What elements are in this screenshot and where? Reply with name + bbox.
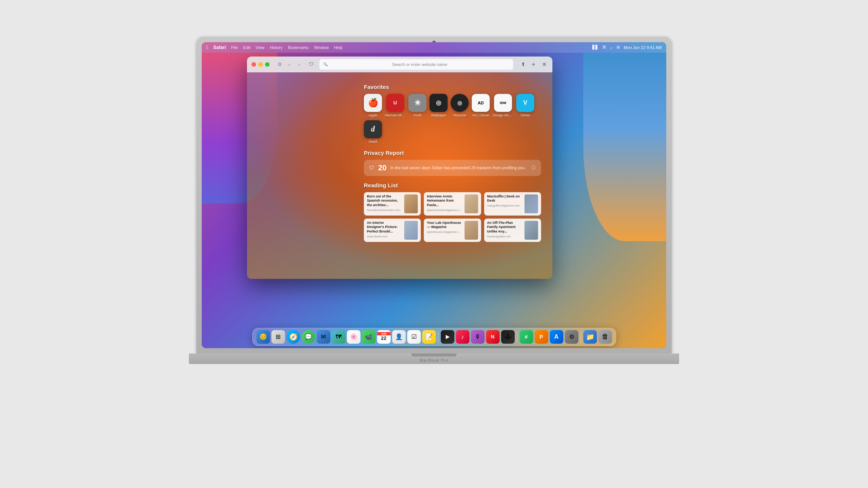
reading-card-2-text: Interview Armin Heinemann from Paula... … [427, 194, 462, 213]
menubar-search-icon[interactable]: ⌕ [610, 45, 613, 50]
dock-news[interactable]: N [486, 330, 500, 344]
favorite-vimeo-label: Vimeo [520, 113, 530, 117]
dock-arcade[interactable]: 🕹 [501, 330, 515, 344]
favorite-herman-icon: U [386, 94, 404, 112]
favorite-kvell[interactable]: ✳ Kvell [408, 94, 426, 117]
reading-card-1-url: freundevonfreunden.com [367, 208, 402, 212]
dock-facetime[interactable]: 📹 [362, 330, 376, 344]
tab-overview-icon[interactable]: ⊞ [540, 61, 548, 68]
dock-appstore[interactable]: A [550, 330, 563, 344]
dock-maps[interactable]: 🗺 [332, 330, 345, 344]
favorite-tdm[interactable]: tDM Design Museum [493, 94, 513, 117]
reading-card-3-body: MacGuffin | Desk on Desk macguffinmagazi… [484, 192, 541, 216]
reading-card-3-thumb [524, 194, 538, 213]
reading-card-4-text: An Interior Designer's Picture-Perfect B… [367, 221, 402, 240]
menubar-edit[interactable]: Edit [243, 45, 250, 50]
favorite-tdm-icon: tDM [494, 94, 512, 112]
privacy-card[interactable]: 🛡 20 In the last seven days Safari has p… [364, 160, 541, 176]
dock-notes[interactable]: 📝 [422, 330, 436, 344]
favorite-ad[interactable]: AD AD | Clever [472, 94, 490, 117]
traffic-light-close[interactable] [252, 62, 256, 67]
apple-menu-icon[interactable]:  [206, 44, 208, 50]
privacy-info-icon[interactable]: ⓘ [531, 165, 536, 171]
menubar-app-name[interactable]: Safari [213, 45, 226, 50]
dock-tv[interactable]: ▶ [441, 330, 454, 344]
dock-pages[interactable]: P [535, 330, 548, 344]
macbook-notch [411, 353, 457, 356]
favorite-apple[interactable]: 🍎 Apple [364, 94, 382, 117]
reading-card-6[interactable]: An Off-The-Plan Family Apartment Unlike … [484, 219, 541, 242]
reading-card-1[interactable]: Born out of the Spanish recession, the a… [364, 192, 421, 216]
reading-card-6-thumb [524, 221, 538, 240]
macbook-device:  Safari File Edit View History Bookmark… [196, 37, 672, 451]
screen-bezel:  Safari File Edit View History Bookmark… [202, 42, 666, 348]
dock-numbers[interactable]: # [520, 330, 533, 344]
menubar-battery-icon: ▋▋ [592, 45, 598, 50]
favorite-monocle-label: Monocle [453, 113, 466, 117]
dock-trash[interactable]: 🗑 [598, 330, 612, 344]
favorite-dwell[interactable]: d Dwell [364, 120, 382, 144]
menubar-help[interactable]: Help [334, 45, 343, 50]
favorite-apple-label: Apple [368, 113, 377, 117]
reading-card-5[interactable]: Your Lab Openhouse — Magazine openhouse-… [424, 219, 481, 242]
dock-mail[interactable]: ✉ [317, 330, 330, 344]
reading-card-5-thumb [465, 221, 478, 240]
dock: 😊 ⊞ 🧭 [252, 328, 616, 346]
menubar-view[interactable]: View [256, 45, 265, 50]
privacy-shield-icon: 🛡 [369, 165, 374, 171]
favorite-vimeo[interactable]: V Vimeo [516, 94, 534, 117]
dock-calendar[interactable]: JUN 22 [377, 330, 391, 344]
dock-launchpad[interactable]: ⊞ [271, 330, 285, 344]
menubar-file[interactable]: File [231, 45, 238, 50]
back-icon[interactable]: ‹ [285, 61, 293, 68]
menubar-clock: Mon Jun 22 9:41 AM [624, 45, 662, 50]
dock-contacts[interactable]: 👤 [392, 330, 406, 344]
addressbar-text: Search or enter website name [330, 62, 509, 67]
menubar-wifi-icon[interactable]: ⌘ [602, 45, 606, 50]
menubar-window[interactable]: Window [314, 45, 329, 50]
share-icon[interactable]: ⬆ [519, 61, 527, 68]
traffic-light-maximize[interactable] [265, 62, 270, 67]
forward-icon[interactable]: › [295, 61, 303, 68]
privacy-count: 20 [378, 164, 386, 172]
dock-files[interactable]: 📁 [583, 330, 597, 344]
dock-messages[interactable]: 💬 [302, 330, 315, 344]
reading-card-2-title: Interview Armin Heinemann from Paula... [427, 194, 462, 208]
dock-divider-2 [517, 332, 517, 342]
safari-addressbar[interactable]: 🔍 Search or enter website name [319, 59, 513, 70]
favorite-monocle[interactable]: ◎ Monocle [451, 94, 469, 117]
traffic-light-minimize[interactable] [258, 62, 263, 67]
dock-reminders[interactable]: ☑ [407, 330, 421, 344]
reading-card-3[interactable]: MacGuffin | Desk on Desk macguffinmagazi… [484, 192, 541, 216]
favorite-ad-icon: AD [472, 94, 490, 112]
favorites-grid: 🍎 Apple U Herman Miller [364, 94, 541, 144]
dock-photos[interactable]: 🌸 [347, 330, 360, 344]
desktop-blob-right [583, 53, 666, 241]
favorite-ad-label: AD | Clever [472, 113, 489, 117]
favorite-apple-icon: 🍎 [364, 94, 382, 112]
reading-card-4-url: www.dwell.com [367, 235, 402, 238]
reading-card-2[interactable]: Interview Armin Heinemann from Paula... … [424, 192, 481, 216]
dock-music[interactable]: ♪ [456, 330, 469, 344]
menubar-right: ▋▋ ⌘ ⌕ ⊞ Mon Jun 22 9:41 AM [592, 45, 662, 50]
dock-finder[interactable]: 😊 [256, 330, 270, 344]
menubar-history[interactable]: History [270, 45, 282, 50]
dock-podcasts[interactable]: 🎙 [471, 330, 485, 344]
menubar-control-center[interactable]: ⊞ [616, 45, 620, 50]
dock-container: 😊 ⊞ 🧭 [202, 328, 666, 346]
safari-window: ⊡ ‹ › 🛡 🔍 Search or enter website name ⬆ [247, 57, 552, 279]
safari-toolbar-right: ⬆ + ⊞ [519, 61, 548, 68]
menubar-bookmarks[interactable]: Bookmarks [288, 45, 309, 50]
new-tab-icon[interactable]: + [530, 61, 537, 68]
shield-icon[interactable]: 🛡 [307, 61, 315, 68]
reading-card-4[interactable]: An Interior Designer's Picture-Perfect B… [364, 219, 421, 242]
favorite-wallpaper[interactable]: ◎ Wallpaper [429, 94, 448, 117]
sidebar-toggle-icon[interactable]: ⊡ [276, 61, 283, 68]
privacy-title: Privacy Report [364, 150, 541, 156]
safari-titlebar: ⊡ ‹ › 🛡 🔍 Search or enter website name ⬆ [247, 57, 552, 72]
dock-safari[interactable]: 🧭 [287, 330, 300, 344]
dock-system-prefs[interactable]: ⚙ [565, 330, 578, 344]
favorite-herman[interactable]: U Herman Miller [385, 94, 405, 117]
privacy-message: In the last seven days Safari has preven… [390, 165, 528, 170]
reading-card-5-text: Your Lab Openhouse — Magazine openhouse-… [427, 221, 462, 240]
